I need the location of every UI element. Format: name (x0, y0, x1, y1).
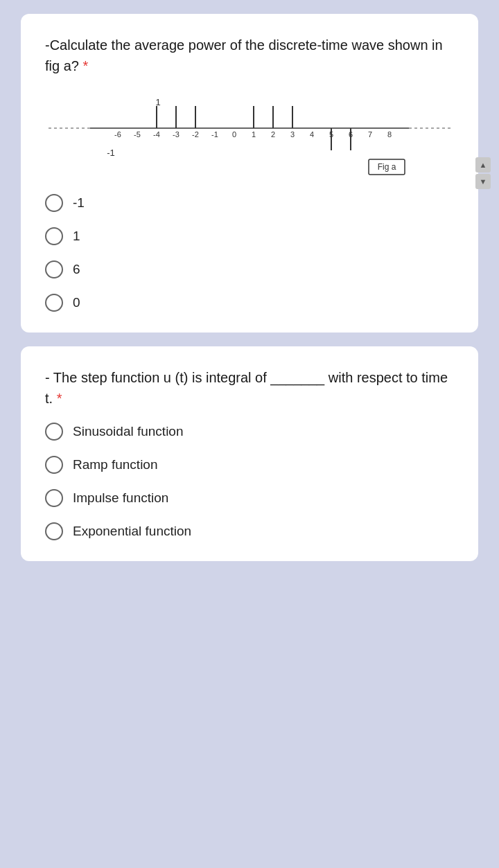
svg-text:-4: -4 (153, 130, 160, 139)
radio-exponential[interactable] (45, 522, 63, 540)
option-2-impulse[interactable]: Impulse function (45, 489, 454, 507)
scroll-down-button[interactable]: ▼ (475, 174, 491, 189)
option-label-minus1: -1 (73, 195, 85, 211)
options-list-2: Sinusoidal function Ramp function Impuls… (45, 423, 454, 540)
question-card-2: - The step function u (t) is integral of… (21, 346, 478, 561)
option-label-one: 1 (73, 229, 80, 244)
graph-container: 1 -1 -6 -5 -4 -3 -2 -1 0 1 2 3 4 5 6 7 8 (45, 90, 454, 180)
question-1-required: * (83, 58, 89, 73)
question-1-body: -Calculate the average power of the disc… (45, 37, 443, 73)
svg-text:3: 3 (290, 130, 295, 139)
option-2-ramp[interactable]: Ramp function (45, 456, 454, 474)
option-label-sinusoidal: Sinusoidal function (73, 424, 184, 439)
radio-six[interactable] (45, 260, 63, 278)
svg-text:-1: -1 (211, 130, 218, 139)
option-label-exponential: Exponential function (73, 524, 191, 539)
radio-one[interactable] (45, 227, 63, 245)
svg-text:0: 0 (232, 130, 236, 139)
svg-text:1: 1 (155, 97, 160, 107)
option-label-impulse: Impulse function (73, 490, 168, 506)
options-list-1: -1 1 6 0 (45, 194, 454, 312)
svg-text:-1: -1 (107, 148, 115, 158)
svg-text:-5: -5 (134, 130, 141, 139)
question-card-1: -Calculate the average power of the disc… (21, 14, 478, 333)
radio-minus1[interactable] (45, 194, 63, 212)
svg-text:1: 1 (252, 130, 256, 139)
svg-text:Fig a: Fig a (378, 162, 396, 172)
radio-zero[interactable] (45, 294, 63, 312)
scroll-up-button[interactable]: ▲ (475, 157, 491, 172)
svg-text:8: 8 (387, 130, 392, 139)
discrete-wave-graph: 1 -1 -6 -5 -4 -3 -2 -1 0 1 2 3 4 5 6 7 8 (49, 90, 450, 180)
option-1-one[interactable]: 1 (45, 227, 454, 245)
question-2-text: - The step function u (t) is integral of… (45, 367, 454, 409)
option-1-minus1[interactable]: -1 (45, 194, 454, 212)
option-2-exponential[interactable]: Exponential function (45, 522, 454, 540)
question-1-text: -Calculate the average power of the disc… (45, 35, 454, 76)
question-2-body: - The step function u (t) is integral of… (45, 370, 448, 406)
svg-text:2: 2 (271, 130, 275, 139)
svg-text:4: 4 (310, 130, 314, 139)
svg-text:-6: -6 (114, 130, 121, 139)
option-label-six: 6 (73, 262, 80, 277)
radio-sinusoidal[interactable] (45, 423, 63, 441)
option-label-zero: 0 (73, 295, 80, 310)
question-2-required: * (57, 391, 62, 406)
option-1-six[interactable]: 6 (45, 260, 454, 278)
svg-text:7: 7 (368, 130, 372, 139)
option-2-sinusoidal[interactable]: Sinusoidal function (45, 423, 454, 441)
option-label-ramp: Ramp function (73, 457, 158, 472)
option-1-zero[interactable]: 0 (45, 294, 454, 312)
svg-text:-3: -3 (173, 130, 180, 139)
radio-impulse[interactable] (45, 489, 63, 507)
radio-ramp[interactable] (45, 456, 63, 474)
svg-text:-2: -2 (192, 130, 199, 139)
scroll-arrows: ▲ ▼ (475, 157, 491, 189)
